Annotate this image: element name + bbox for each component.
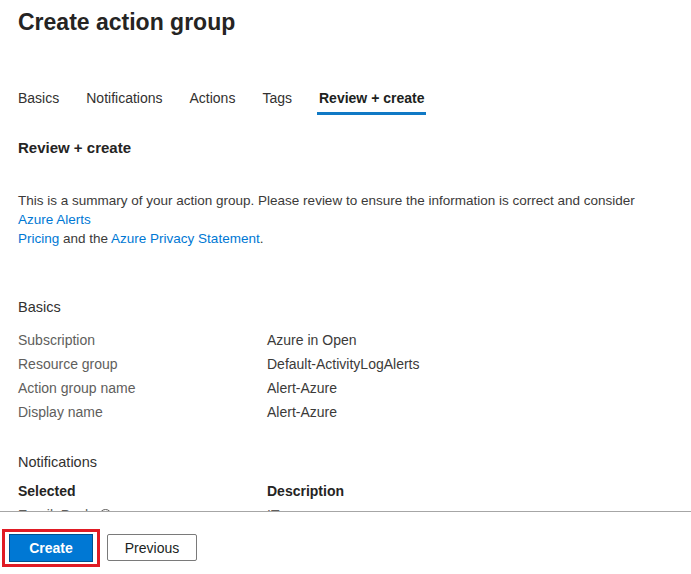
summary-paragraph: This is a summary of your action group. …	[18, 191, 673, 248]
review-create-heading: Review + create	[18, 139, 673, 157]
description-column-header: Description	[267, 483, 344, 499]
tab-review-create[interactable]: Review + create	[317, 90, 426, 115]
basics-section-heading: Basics	[18, 298, 673, 316]
summary-text-between: and the	[63, 231, 108, 246]
display-name-label: Display name	[18, 404, 267, 420]
tab-notifications[interactable]: Notifications	[86, 90, 162, 115]
row-display-name: Display name Alert-Azure	[18, 400, 673, 424]
create-button[interactable]: Create	[9, 534, 93, 562]
azure-privacy-statement-link[interactable]: Azure Privacy Statement	[111, 231, 260, 246]
tab-basics[interactable]: Basics	[18, 90, 59, 115]
resource-group-value: Default-ActivityLogAlerts	[267, 356, 420, 372]
basics-rows: Subscription Azure in Open Resource grou…	[18, 328, 673, 424]
row-resource-group: Resource group Default-ActivityLogAlerts	[18, 352, 673, 376]
previous-button[interactable]: Previous	[107, 534, 197, 561]
resource-group-label: Resource group	[18, 356, 267, 372]
subscription-value: Azure in Open	[267, 332, 357, 348]
subscription-label: Subscription	[18, 332, 267, 348]
azure-alerts-pricing-link-wrap[interactable]: Pricing	[18, 231, 59, 246]
display-name-value: Alert-Azure	[267, 404, 337, 420]
wizard-tabbar: Basics Notifications Actions Tags Review…	[18, 90, 673, 115]
page-title: Create action group	[18, 8, 673, 36]
summary-line-2: Pricing and the Azure Privacy Statement.	[18, 229, 673, 248]
create-action-group-page: Create action group Basics Notifications…	[0, 0, 691, 574]
summary-line-1: This is a summary of your action group. …	[18, 191, 673, 229]
notifications-section-heading: Notifications	[18, 453, 673, 471]
azure-alerts-pricing-link[interactable]: Azure Alerts	[18, 212, 91, 227]
notifications-table-header: Selected Description	[18, 481, 673, 500]
row-subscription: Subscription Azure in Open	[18, 328, 673, 352]
selected-column-header: Selected	[18, 483, 267, 499]
row-action-group-name: Action group name Alert-Azure	[18, 376, 673, 400]
summary-period: .	[260, 231, 264, 246]
tab-actions[interactable]: Actions	[190, 90, 236, 115]
tab-tags[interactable]: Tags	[262, 90, 292, 115]
action-group-name-value: Alert-Azure	[267, 380, 337, 396]
footer-bar: Create Previous	[0, 511, 691, 574]
summary-text: This is a summary of your action group. …	[18, 193, 635, 208]
action-group-name-label: Action group name	[18, 380, 267, 396]
red-highlight-annotation: Create	[2, 529, 100, 567]
